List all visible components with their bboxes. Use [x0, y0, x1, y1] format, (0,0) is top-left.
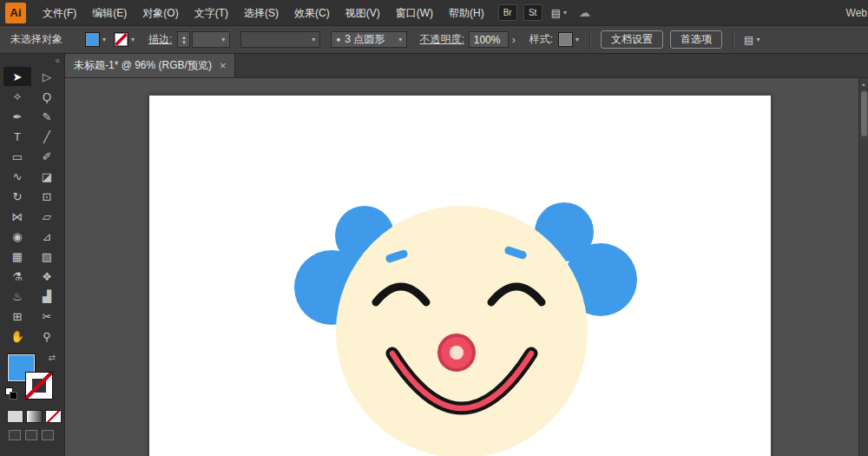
menu-file[interactable]: 文件(F): [35, 0, 84, 26]
collapse-panel-icon[interactable]: «: [55, 56, 60, 65]
brush-definition-value: 3 点圆形: [345, 32, 385, 47]
tool-symbol-sprayer[interactable]: ♨: [3, 287, 31, 306]
none-mode-button[interactable]: [45, 410, 62, 423]
arrange-panel-button[interactable]: ▤ ▾: [744, 34, 760, 46]
tool-magic-wand[interactable]: ✧: [3, 87, 31, 106]
tool-mesh[interactable]: ▦: [3, 247, 31, 266]
nose-highlight: [450, 346, 464, 360]
menu-type[interactable]: 文字(T): [187, 0, 236, 26]
scroll-up-icon[interactable]: ▲: [859, 78, 868, 89]
stepper-down-icon[interactable]: ▼: [181, 40, 187, 45]
artboard[interactable]: [149, 96, 771, 456]
document-tab-title: 未标题-1* @ 96% (RGB/预览): [74, 58, 212, 73]
clown-face[interactable]: [336, 206, 588, 456]
menu-bar: Ai 文件(F) 编辑(E) 对象(O) 文字(T) 选择(S) 效果(C) 视…: [0, 0, 868, 26]
chevron-down-icon: ▾: [312, 36, 315, 43]
tool-shape-builder[interactable]: ◉: [3, 227, 31, 246]
control-bar: 未选择对象 ▾ ▾ 描边: ▲ ▼ ▾ ▾ ● 3 点圆形 ▾ 不透明度: 10…: [0, 26, 868, 54]
menu-view[interactable]: 视图(V): [338, 0, 388, 26]
tool-grid: ➤ ▷ ✧ Ϙ ✒ ✎ T ╱ ▭ ✐ ∿ ◪ ↻ ⊡ ⋈ ▱ ◉ ⊿ ▦ ▨ …: [0, 67, 64, 346]
tool-direct-selection[interactable]: ▷: [33, 67, 61, 86]
tool-perspective-grid[interactable]: ⊿: [33, 227, 61, 246]
pasteboard[interactable]: ▲: [65, 78, 868, 456]
tool-eyedropper[interactable]: ⚗: [3, 267, 31, 286]
tools-panel: « ➤ ▷ ✧ Ϙ ✒ ✎ T ╱ ▭ ✐ ∿ ◪ ↻ ⊡ ⋈ ▱ ◉ ⊿ ▦ …: [0, 54, 65, 456]
tool-eraser[interactable]: ◪: [33, 167, 61, 186]
tool-scale[interactable]: ⊡: [33, 187, 61, 206]
workspace-switcher[interactable]: Web: [846, 7, 868, 19]
close-icon[interactable]: ×: [220, 59, 227, 72]
document-tab-bar: 未标题-1* @ 96% (RGB/预览) ×: [65, 54, 868, 78]
menu-window[interactable]: 窗口(W): [388, 0, 441, 26]
stock-button[interactable]: St: [523, 4, 542, 21]
color-mode-button[interactable]: [7, 410, 23, 423]
preferences-button[interactable]: 首选项: [670, 30, 722, 49]
style-label: 样式:: [529, 32, 553, 47]
tool-zoom[interactable]: ⚲: [33, 327, 61, 346]
document-tab[interactable]: 未标题-1* @ 96% (RGB/预览) ×: [65, 54, 235, 77]
arrange-panel-icon: ▤: [744, 34, 753, 46]
stroke-none-swatch[interactable]: [114, 32, 128, 47]
menu-object[interactable]: 对象(O): [135, 0, 186, 26]
tool-width[interactable]: ⋈: [3, 207, 31, 226]
separator: [733, 30, 733, 50]
tool-curvature[interactable]: ✎: [33, 107, 61, 126]
swap-fill-stroke-icon[interactable]: ⇄: [49, 353, 56, 362]
separator: [589, 30, 590, 50]
chevron-down-icon: ▾: [398, 36, 402, 43]
menu-help[interactable]: 帮助(H): [441, 0, 492, 26]
variable-width-profile-dropdown[interactable]: ▾: [240, 31, 320, 48]
tool-gradient[interactable]: ▨: [33, 247, 61, 266]
draw-behind-button[interactable]: [25, 430, 37, 440]
default-fill-stroke-icon[interactable]: [5, 387, 17, 400]
tool-pen[interactable]: ✒: [3, 107, 31, 126]
bridge-button[interactable]: Br: [498, 4, 517, 21]
scrollbar-thumb[interactable]: [861, 91, 867, 136]
chevron-down-icon: ▾: [575, 36, 579, 43]
opacity-label[interactable]: 不透明度:: [419, 32, 464, 47]
vertical-scrollbar[interactable]: ▲: [858, 78, 868, 456]
fill-stroke-control: ⇄: [0, 351, 64, 406]
graphic-style-swatch[interactable]: [558, 32, 573, 47]
tool-selection[interactable]: ➤: [3, 67, 31, 86]
menu-effect[interactable]: 效果(C): [286, 0, 338, 26]
gradient-mode-button[interactable]: [26, 410, 43, 423]
tool-rectangle[interactable]: ▭: [3, 147, 31, 166]
fill-color-picker[interactable]: ▾: [85, 32, 106, 47]
tool-rotate[interactable]: ↻: [3, 187, 31, 206]
tool-blend[interactable]: ❖: [33, 267, 61, 286]
draw-inside-button[interactable]: [42, 430, 54, 440]
tool-artboard[interactable]: ⊞: [3, 307, 31, 326]
tool-slice[interactable]: ✂: [33, 307, 61, 326]
stroke-weight-dropdown[interactable]: ▾: [192, 31, 230, 48]
cloud-sync-icon[interactable]: ☁: [579, 6, 590, 19]
menu-select[interactable]: 选择(S): [236, 0, 286, 26]
tool-line-segment[interactable]: ╱: [33, 127, 61, 146]
tool-hand[interactable]: ✋: [3, 327, 31, 346]
opacity-dropdown-icon[interactable]: ›: [512, 34, 516, 46]
opacity-input[interactable]: 100%: [469, 31, 509, 48]
tool-free-transform[interactable]: ▱: [33, 207, 61, 226]
brush-dot-icon: ●: [336, 36, 340, 43]
tool-paintbrush[interactable]: ✐: [33, 147, 61, 166]
tool-shaper[interactable]: ∿: [3, 167, 31, 186]
brush-definition-dropdown[interactable]: ● 3 点圆形 ▾: [331, 31, 407, 48]
arrange-documents-button[interactable]: ▤ ▾: [551, 7, 567, 19]
document-setup-button[interactable]: 文档设置: [601, 30, 663, 49]
menu-edit[interactable]: 编辑(E): [84, 0, 135, 26]
clown-artwork[interactable]: [149, 96, 771, 456]
draw-normal-button[interactable]: [9, 430, 21, 440]
stroke-swatch[interactable]: [25, 372, 53, 400]
stroke-weight-stepper[interactable]: ▲ ▼: [177, 31, 190, 48]
stroke-label[interactable]: 描边:: [148, 32, 172, 47]
tool-column-graph[interactable]: ▟: [33, 287, 61, 306]
draw-mode-buttons: [0, 430, 64, 440]
tool-type[interactable]: T: [3, 127, 31, 146]
graphic-style-picker[interactable]: ▾: [558, 32, 579, 47]
fill-color-swatch[interactable]: [85, 32, 100, 47]
tool-lasso[interactable]: Ϙ: [33, 87, 61, 106]
chevron-down-icon: ▾: [102, 36, 106, 43]
chevron-down-icon: ▾: [221, 36, 225, 43]
stroke-color-picker[interactable]: ▾: [114, 32, 135, 47]
paint-mode-buttons: [0, 410, 64, 423]
